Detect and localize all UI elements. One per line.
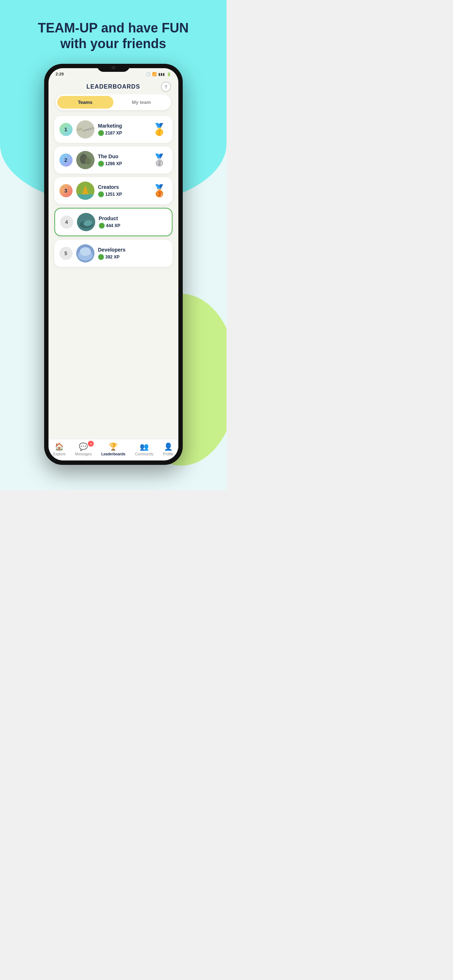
wifi-icon: 📶 bbox=[152, 72, 156, 76]
profile-icon: 👤 bbox=[164, 442, 173, 451]
nav-messages-label: Messages bbox=[75, 452, 92, 456]
team-info-creators: Creators 🌿 1251 XP bbox=[98, 184, 148, 197]
community-icon: 👥 bbox=[140, 442, 149, 451]
xp-icon-duo: 🌿 bbox=[98, 161, 104, 167]
help-button[interactable]: ? bbox=[161, 82, 171, 92]
nav-profile-label: Profile bbox=[163, 452, 173, 456]
signal-icon: ▮▮▮ bbox=[158, 72, 165, 76]
team-xp-developers: 🌿 392 XP bbox=[98, 254, 167, 260]
nav-community[interactable]: 👥 Community bbox=[135, 442, 153, 456]
team-xp-duo: 🌿 1286 XP bbox=[98, 161, 148, 167]
status-time: 2:29 bbox=[56, 72, 64, 76]
team-card-duo[interactable]: 2 The Duo 🌿 1286 XP bbox=[54, 146, 172, 173]
svg-point-5 bbox=[85, 158, 91, 165]
app-header: LEADERBOARDS ? bbox=[48, 78, 179, 94]
nav-explore-label: Explore bbox=[53, 452, 65, 456]
team-avatar-product bbox=[77, 213, 95, 231]
xp-icon-product: 🌿 bbox=[99, 223, 105, 229]
nav-profile[interactable]: 👤 Profile bbox=[163, 442, 173, 456]
team-xp-product: 🌿 444 XP bbox=[99, 223, 167, 229]
trophy-icon: 🏆 bbox=[109, 442, 118, 451]
team-avatar-marketing: AUDIENCE bbox=[76, 120, 94, 138]
nav-explore[interactable]: 🏠 Explore bbox=[53, 442, 65, 456]
team-info-product: Product 🌿 444 XP bbox=[99, 215, 167, 229]
messages-badge: 3 bbox=[88, 441, 94, 447]
team-avatar-developers bbox=[76, 244, 94, 262]
camera bbox=[112, 66, 115, 70]
svg-point-14 bbox=[80, 247, 91, 256]
rank-badge-5: 5 bbox=[59, 247, 73, 260]
battery-icon: 🔋 bbox=[167, 72, 171, 76]
team-name-developers: Developers bbox=[98, 247, 167, 253]
medal-2: 🥈 bbox=[152, 152, 167, 168]
xp-value-product: 444 XP bbox=[106, 223, 120, 228]
page-title: LEADERBOARDS bbox=[86, 83, 140, 90]
team-avatar-creators bbox=[76, 181, 94, 200]
xp-icon-marketing: 🌿 bbox=[98, 130, 104, 136]
tab-switcher: Teams My team bbox=[56, 94, 171, 110]
team-xp-marketing: 🌿 2187 XP bbox=[98, 130, 148, 136]
medal-1: 🥇 bbox=[152, 121, 167, 137]
xp-value-marketing: 2187 XP bbox=[105, 130, 122, 135]
team-name-marketing: Marketing bbox=[98, 123, 148, 129]
team-xp-creators: 🌿 1251 XP bbox=[98, 191, 148, 197]
rank-badge-4: 4 bbox=[60, 215, 73, 229]
nav-messages[interactable]: 💬 3 Messages bbox=[75, 442, 92, 456]
team-name-product: Product bbox=[99, 215, 167, 221]
team-avatar-duo bbox=[76, 151, 94, 169]
team-card-creators[interactable]: 3 Creators 🌿 1251 XP bbox=[54, 177, 172, 204]
notch bbox=[97, 64, 130, 72]
nav-leaderboards[interactable]: 🏆 Leaderboards bbox=[101, 442, 126, 456]
team-card-marketing[interactable]: 1 AUDIENCE Marketing 🌿 2187 XP bbox=[54, 116, 172, 143]
hero-line1: TEAM-UP and have FUN bbox=[0, 20, 226, 36]
rank-badge-1: 1 bbox=[59, 123, 73, 136]
messages-icon: 💬 bbox=[79, 442, 88, 451]
xp-value-duo: 1286 XP bbox=[105, 161, 122, 166]
app-content: LEADERBOARDS ? Teams My team 1 bbox=[48, 78, 179, 439]
rank-badge-3: 3 bbox=[59, 184, 73, 197]
team-info-developers: Developers 🌿 392 XP bbox=[98, 247, 167, 260]
status-icons: 🕐 📶 ▮▮▮ 🔋 bbox=[146, 72, 171, 76]
tab-teams[interactable]: Teams bbox=[57, 96, 113, 109]
phone-screen: 2:29 🕐 📶 ▮▮▮ 🔋 LEADERBOARDS ? Teams bbox=[48, 68, 179, 460]
xp-icon-creators: 🌿 bbox=[98, 191, 104, 197]
xp-value-developers: 392 XP bbox=[105, 255, 120, 259]
team-name-duo: The Duo bbox=[98, 153, 148, 159]
home-icon: 🏠 bbox=[55, 442, 64, 451]
nav-community-label: Community bbox=[135, 452, 153, 456]
xp-icon-developers: 🌿 bbox=[98, 254, 104, 260]
clock-icon: 🕐 bbox=[146, 72, 150, 76]
team-card-developers[interactable]: 5 Developers 🌿 392 XP bbox=[54, 240, 172, 267]
rank-badge-2: 2 bbox=[59, 153, 73, 167]
tab-my-team[interactable]: My team bbox=[113, 96, 170, 109]
team-info-marketing: Marketing 🌿 2187 XP bbox=[98, 123, 148, 136]
medal-3: 🥉 bbox=[152, 183, 167, 199]
xp-value-creators: 1251 XP bbox=[105, 192, 122, 197]
svg-rect-8 bbox=[76, 194, 94, 200]
team-name-creators: Creators bbox=[98, 184, 148, 190]
bottom-nav: 🏠 Explore 💬 3 Messages 🏆 Leaderboards 👥 … bbox=[48, 439, 179, 460]
team-info-duo: The Duo 🌿 1286 XP bbox=[98, 153, 148, 167]
hero-line2: with your friends bbox=[0, 36, 226, 51]
hero-section: TEAM-UP and have FUN with your friends bbox=[0, 20, 226, 51]
phone-frame: 2:29 🕐 📶 ▮▮▮ 🔋 LEADERBOARDS ? Teams bbox=[44, 64, 183, 465]
team-card-product[interactable]: 4 Product 🌿 444 XP bbox=[54, 208, 172, 236]
leaderboard-list: 1 AUDIENCE Marketing 🌿 2187 XP bbox=[48, 116, 179, 267]
nav-leaderboards-label: Leaderboards bbox=[101, 452, 126, 456]
